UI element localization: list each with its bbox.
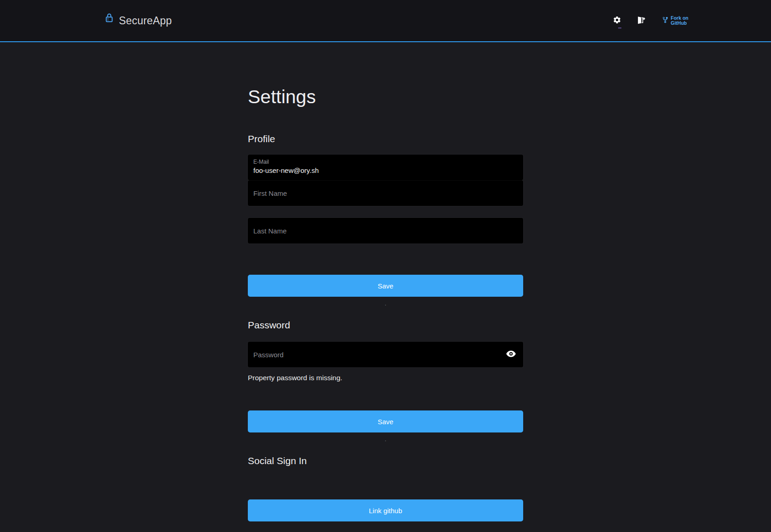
- eye-icon: [506, 350, 516, 359]
- password-section: Password Property password is missing. S…: [248, 320, 523, 443]
- password-heading: Password: [248, 320, 523, 331]
- profile-form-message: .: [248, 300, 523, 307]
- fork-on-github-link[interactable]: Fork on GitHub: [662, 16, 689, 26]
- profile-section: Profile E-Mail Save .: [248, 133, 523, 307]
- last-name-input[interactable]: [248, 218, 523, 244]
- logout-icon: [636, 16, 645, 26]
- brand-logo[interactable]: SecureApp: [104, 15, 172, 27]
- settings-button[interactable]: [611, 14, 623, 28]
- settings-main: Settings Profile E-Mail Save . Password: [248, 86, 523, 521]
- profile-heading: Profile: [248, 133, 523, 144]
- first-name-input[interactable]: [248, 180, 523, 206]
- social-sign-in-section: Social Sign In Link github: [248, 455, 523, 521]
- link-github-button[interactable]: Link github: [248, 499, 523, 521]
- password-field: [248, 342, 523, 367]
- password-form-message: .: [248, 436, 523, 443]
- logout-button[interactable]: [634, 14, 647, 28]
- profile-save-button[interactable]: Save: [248, 275, 523, 297]
- password-error-message: Property password is missing.: [248, 374, 523, 382]
- lock-icon: [104, 12, 114, 24]
- gear-icon: [613, 16, 621, 26]
- fork-link-text: Fork on GitHub: [671, 16, 689, 26]
- git-fork-icon: [662, 17, 669, 25]
- password-save-button[interactable]: Save: [248, 410, 523, 432]
- social-sign-in-heading: Social Sign In: [248, 455, 523, 466]
- page-title: Settings: [248, 86, 523, 108]
- email-input[interactable]: [253, 166, 518, 174]
- email-field-label: E-Mail: [253, 159, 518, 165]
- toggle-password-visibility-button[interactable]: [505, 349, 517, 360]
- app-header: SecureApp: [0, 0, 771, 42]
- app-title: SecureApp: [119, 15, 172, 27]
- email-field[interactable]: E-Mail: [248, 155, 523, 180]
- header-actions: Fork on GitHub: [611, 14, 689, 28]
- gear-underline: [618, 28, 621, 28]
- password-input[interactable]: [248, 342, 523, 367]
